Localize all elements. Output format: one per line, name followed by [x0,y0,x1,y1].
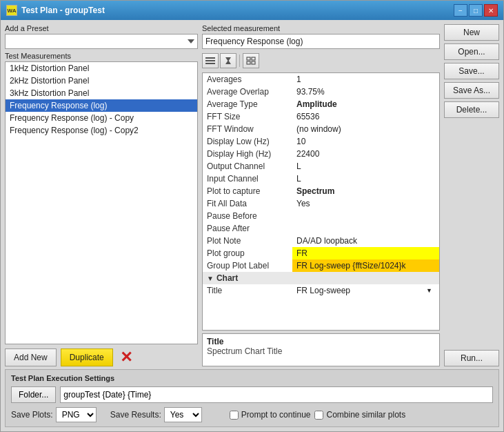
property-key: Plot group [203,247,292,259]
new-button[interactable]: New [444,24,499,41]
list-item[interactable]: 2kHz Distortion Panel [6,75,197,87]
property-row: Average Overlap93.75% [203,86,439,98]
property-row: Display Low (Hz)10 [203,135,439,148]
delete-button[interactable]: Delete... [444,101,499,118]
property-value: 65536 [292,110,439,123]
property-row: Pause Before [203,210,439,222]
property-row: Plot groupFR [203,247,439,259]
execution-settings-section: Test Plan Execution Settings Folder... g… [5,369,499,427]
title-note-text: Spectrum Chart Title [207,346,435,356]
property-value: 22400 [292,148,439,160]
property-row: Fit All DataYes [203,197,439,210]
property-key: Display Low (Hz) [203,135,292,148]
top-section: Add a Preset Test Measurements 1kHz Dist… [5,24,499,366]
grid-icon [246,57,256,65]
save-as-button[interactable]: Save As... [444,82,499,99]
chart-title-row: TitleFR Log-sweep▼ [203,284,439,297]
list-icon [205,57,216,65]
toolbar-separator [239,55,240,67]
save-row: Save Plots: PNG SVG None Save Results: Y… [11,407,493,422]
property-key: Plot to capture [203,185,292,197]
measurements-list[interactable]: 1kHz Distortion Panel2kHz Distortion Pan… [5,61,198,344]
folder-button[interactable]: Folder... [11,386,56,403]
property-key: Pause After [203,222,292,235]
property-value: 93.75% [292,86,439,98]
properties-area[interactable]: Averages1Average Overlap93.75%Average Ty… [202,72,440,331]
property-value: FR [292,247,439,259]
property-key: Output Channel [203,160,292,173]
property-value: FR Log-sweep {fftSize/1024}k [292,259,439,272]
save-plots-label: Save Plots: [11,410,53,420]
svg-rect-4 [252,57,255,60]
property-value: 1 [292,73,439,86]
chart-section-header: ▼Chart [203,272,439,284]
main-content: Add a Preset Test Measurements 1kHz Dist… [1,20,503,431]
property-key: Average Type [203,98,292,110]
chart-title-value: FR Log-sweep▼ [292,284,439,297]
property-key: Averages [203,73,292,86]
property-row: Input ChannelL [203,173,439,185]
add-new-button[interactable]: Add New [5,348,57,366]
save-results-select[interactable]: Yes No [164,407,202,422]
selected-measurement-input[interactable] [202,34,440,49]
selected-measurement-label: Selected measurement [202,24,440,32]
maximize-button[interactable]: □ [469,4,483,17]
property-row: Plot NoteDA/AD loopback [203,235,439,247]
folder-row: Folder... groupTest {Date} {Time} [11,386,493,403]
property-key: Pause Before [203,210,292,222]
left-panel: Add a Preset Test Measurements 1kHz Dist… [5,24,198,366]
close-button[interactable]: ✕ [484,4,498,17]
property-value: 10 [292,135,439,148]
svg-rect-2 [205,63,215,64]
svg-rect-5 [247,61,250,64]
delete-icon[interactable]: ✕ [120,348,132,366]
property-key: FFT Window [203,123,292,135]
property-key: Plot Note [203,235,292,247]
property-row: Plot to captureSpectrum [203,185,439,197]
selected-measurement-section: Selected measurement [202,24,440,49]
toolbar-row [202,52,440,70]
save-plots-select[interactable]: PNG SVG None [56,407,97,422]
property-value: (no window) [292,123,439,135]
property-key: Input Channel [203,173,292,185]
prompt-continue-label: Prompt to continue [241,410,311,420]
execution-settings-title: Test Plan Execution Settings [11,374,493,382]
chart-title-key: Title [203,284,292,297]
svg-rect-6 [252,61,255,64]
open-button[interactable]: Open... [444,43,499,60]
property-key: Fit All Data [203,197,292,210]
prompt-continue-checkbox[interactable] [230,411,239,420]
property-row: Pause After [203,222,439,235]
property-value: L [292,160,439,173]
property-value [292,210,439,222]
property-row: Display High (Hz)22400 [203,148,439,160]
folder-input[interactable]: groupTest {Date} {Time} [60,386,493,403]
main-window: WA Test Plan - groupTest − □ ✕ Add a Pre… [0,0,504,432]
save-results-label: Save Results: [110,410,161,420]
list-item[interactable]: Frequency Response (log) [6,99,197,112]
property-key: Display High (Hz) [203,148,292,160]
minimize-button[interactable]: − [454,4,467,17]
list-item[interactable]: 1kHz Distortion Panel [6,62,197,75]
toolbar-btn-2[interactable] [220,53,236,68]
right-panel: Selected measurement [202,24,440,366]
preset-label: Add a Preset [5,24,198,32]
test-measurements-section: Test Measurements 1kHz Distortion Panel2… [5,52,198,344]
save-button[interactable]: Save... [444,63,499,79]
combine-plots-checkbox[interactable] [314,411,323,420]
property-value: Amplitude [292,98,439,110]
preset-section: Add a Preset [5,24,198,49]
run-button[interactable]: Run... [444,350,499,366]
property-key: FFT Size [203,110,292,123]
list-item[interactable]: Frequency Response (log) - Copy [6,112,197,124]
list-item[interactable]: Frequency Response (log) - Copy2 [6,124,197,137]
duplicate-button[interactable]: Duplicate [61,348,113,366]
property-row: FFT Size65536 [203,110,439,123]
list-item[interactable]: 3kHz Distortion Panel [6,87,197,99]
action-row: Add New Duplicate ✕ [5,347,198,366]
toolbar-btn-1[interactable] [202,53,219,68]
svg-rect-3 [247,57,250,60]
properties-table: Averages1Average Overlap93.75%Average Ty… [203,73,439,297]
preset-dropdown[interactable] [5,34,198,49]
toolbar-btn-3[interactable] [243,53,259,68]
